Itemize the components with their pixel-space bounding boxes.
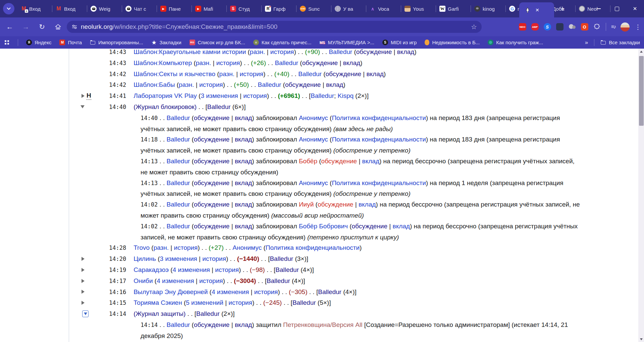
link[interactable]: Политика конфиденциальности: [332, 179, 426, 186]
link[interactable]: история: [174, 244, 198, 251]
link[interactable]: Петренковщина/Версия All: [283, 321, 362, 328]
link[interactable]: Лаборатория VK Play: [133, 92, 197, 99]
link[interactable]: история: [243, 92, 267, 99]
profile-avatar[interactable]: [621, 22, 630, 32]
link[interactable]: обсуждение: [318, 201, 354, 208]
link[interactable]: история: [239, 70, 263, 77]
bookmarks-overflow-chevron[interactable]: »: [585, 39, 588, 46]
o-extension-icon[interactable]: O: [581, 23, 588, 31]
bookmark-egg[interactable]: Недвижимость в Б...: [425, 40, 480, 45]
link[interactable]: (Журнал блокировок): [133, 103, 197, 110]
link[interactable]: обсуждение: [194, 223, 230, 230]
link[interactable]: история: [254, 288, 278, 295]
expand-arrow-icon[interactable]: [80, 91, 86, 101]
bookmark-ms[interactable]: MSМУЛЬТИМЕДИА >...: [319, 40, 374, 45]
link[interactable]: обсуждение: [356, 49, 392, 55]
link[interactable]: история: [228, 299, 252, 306]
link[interactable]: обсуждение: [302, 59, 338, 66]
link[interactable]: обсуждение: [194, 158, 230, 165]
link[interactable]: обсуждение: [194, 201, 230, 208]
link[interactable]: Balledur: [167, 201, 190, 208]
tab-kino[interactable]: kinog: [471, 0, 506, 17]
link[interactable]: вклад: [235, 158, 252, 165]
link[interactable]: вклад: [343, 59, 360, 66]
link[interactable]: обсуждение: [194, 179, 230, 186]
minimize-button[interactable]: [590, 2, 608, 15]
link[interactable]: 3 изменения: [201, 92, 238, 99]
link[interactable]: вклад: [235, 201, 252, 208]
tab-remanga[interactable]: RГарф: [262, 0, 297, 17]
link[interactable]: Balledur: [258, 81, 281, 88]
link[interactable]: Balledur: [275, 59, 298, 66]
expand-arrow-icon[interactable]: [80, 253, 86, 264]
shazam-extension-icon[interactable]: S: [544, 23, 551, 31]
link[interactable]: 5 изменений: [186, 299, 223, 306]
tab-cai[interactable]: Weig: [87, 0, 122, 17]
link[interactable]: Balledur: [267, 277, 290, 284]
back-button[interactable]: ←: [3, 20, 16, 33]
link[interactable]: Balledur: [292, 299, 316, 306]
link[interactable]: обсуждение: [321, 158, 357, 165]
home-button[interactable]: [52, 20, 64, 33]
link[interactable]: Шаблон:Краеугольные камни истории: [133, 49, 246, 55]
link[interactable]: Бобёр Бобрович: [299, 223, 348, 230]
scrollbar-thumb[interactable]: [639, 56, 644, 126]
tab-gmail[interactable]: MВход: [52, 0, 87, 17]
link[interactable]: Анонимус: [299, 179, 328, 186]
link[interactable]: разн.: [250, 49, 265, 55]
browser-menu-icon[interactable]: ⋮: [635, 23, 641, 31]
bookmark-citizen[interactable]: Как получить граж...: [488, 40, 543, 45]
close-button[interactable]: ✕: [626, 2, 644, 15]
link[interactable]: обсуждение: [194, 136, 230, 143]
tab-wiki[interactable]: WGarfi: [436, 0, 471, 17]
tab-cai[interactable]: Чат с: [122, 0, 157, 17]
link[interactable]: разн.: [219, 70, 234, 77]
tab-stud[interactable]: SСтуд: [227, 0, 262, 17]
link[interactable]: Kispq: [338, 92, 354, 99]
link[interactable]: Цилинь: [133, 255, 156, 262]
adblock-plus-extension-icon[interactable]: ABP: [531, 23, 539, 31]
all-bookmarks-button[interactable]: Все закладки: [600, 40, 640, 45]
link[interactable]: история: [202, 255, 226, 262]
link[interactable]: Бобёр: [299, 158, 317, 165]
link[interactable]: вклад: [235, 321, 252, 328]
tab-globe[interactable]: У ва: [331, 0, 366, 17]
link[interactable]: вклад: [235, 114, 252, 121]
link[interactable]: Шаблон:Секты и язычество: [133, 70, 215, 77]
gray-blob-extension-icon[interactable]: [569, 23, 576, 31]
link[interactable]: Шаблон:Бабы: [133, 81, 175, 88]
expand-arrow-icon[interactable]: [80, 297, 86, 308]
bookmark-rg[interactable]: RGСписок игр для БК...: [190, 40, 245, 45]
link[interactable]: Balledur: [270, 255, 293, 262]
link[interactable]: Balledur: [329, 49, 352, 55]
scroll-up-arrow[interactable]: [638, 49, 644, 54]
link[interactable]: Анонимус: [299, 114, 328, 121]
link[interactable]: вклад: [362, 158, 379, 165]
link[interactable]: история: [216, 59, 240, 66]
maximize-button[interactable]: [608, 2, 626, 15]
expand-arrow-icon[interactable]: [80, 287, 86, 297]
media-controls-button[interactable]: ≡♪: [611, 24, 615, 30]
link[interactable]: Balledur: [196, 310, 220, 317]
tab-gmail-badge[interactable]: M0Вход: [17, 0, 52, 17]
link[interactable]: Ониби: [133, 277, 153, 284]
link[interactable]: Политика конфиденциальности: [332, 114, 426, 121]
link[interactable]: Саракадзоэ: [133, 266, 169, 273]
link[interactable]: Анонимус: [232, 244, 262, 251]
link[interactable]: обсуждение: [325, 70, 361, 77]
link[interactable]: история: [215, 266, 239, 273]
bookmark-mail[interactable]: MПочта: [59, 40, 82, 45]
bookmark-folder[interactable]: Импортированны...: [90, 40, 143, 45]
link[interactable]: Balledur: [207, 103, 231, 110]
link[interactable]: обсуждение: [285, 81, 321, 88]
url-bar[interactable]: neolurk.org/w/index.php?title=Служебная:…: [67, 21, 482, 33]
tab-avatar-girl[interactable]: Yous: [401, 0, 436, 17]
link[interactable]: 4 изменения: [157, 277, 194, 284]
link[interactable]: 4 изменения: [212, 288, 249, 295]
vertical-scrollbar[interactable]: [638, 49, 644, 342]
reload-button[interactable]: ↻: [36, 20, 48, 33]
link[interactable]: Вылутаар Эну Дюверней: [133, 288, 208, 295]
link[interactable]: Balledur: [167, 136, 190, 143]
link[interactable]: 4 изменения: [173, 266, 210, 273]
link[interactable]: Balledur: [167, 223, 190, 230]
